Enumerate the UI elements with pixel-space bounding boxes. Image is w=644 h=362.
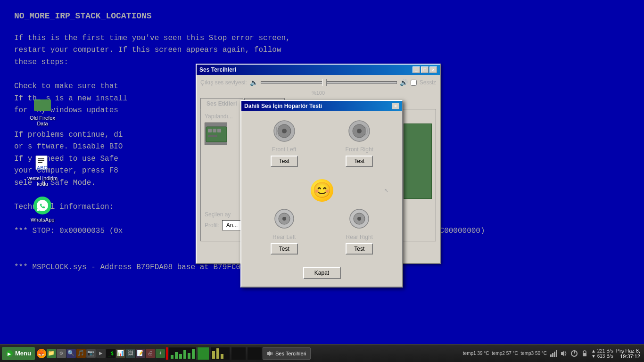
network-icons [550, 350, 557, 357]
time-display: 19:37:12 [616, 354, 640, 359]
front-right-cell: Front Right Test [324, 119, 395, 167]
viz-bar-6 [192, 349, 195, 359]
svg-marker-34 [561, 351, 564, 356]
icon-vestel-label: vestel indirim kodu [24, 175, 61, 187]
tb-more1-icon[interactable]: ▶ [96, 349, 106, 358]
icon-whatsapp-label: WhatsApp [31, 217, 55, 222]
speaker-grid: Front Left Test Front Right Test [249, 119, 395, 172]
folder-icon [33, 94, 52, 113]
ses-tercihleri-titlebar: Ses Tercihleri _ □ × [197, 65, 440, 75]
svg-rect-6 [38, 162, 42, 163]
tb-media-icon[interactable]: 🎵 [76, 349, 86, 358]
tb-search-icon[interactable]: 🔍 [66, 349, 76, 358]
speaker-taskbar-icon [267, 350, 273, 357]
rear-right-test-button[interactable]: Test [346, 243, 373, 255]
taskbar: ▶ Menu 🦊 📁 ⚙ 🔍 🎵 📷 ▶ _$ 📊 🖼 📝 🖨 ⬇ [0, 344, 644, 362]
svg-point-19 [357, 129, 362, 133]
icon-vestel[interactable]: ABC vestel indirim kodu [24, 155, 61, 187]
sound-card-icon [205, 123, 227, 145]
lock-icon[interactable] [581, 350, 588, 357]
tb-more5-icon[interactable]: 🖨 [146, 349, 155, 358]
tab-ses-etkileri[interactable]: Ses Etkileri [200, 98, 243, 109]
vb2-3 [221, 354, 223, 359]
bsod-title: NO_MORE_IRP_STACK_LOCATIONS [14, 9, 630, 23]
active-window-button[interactable]: Ses Tercihleri [263, 347, 311, 360]
smiley-face: 😊 [311, 179, 333, 202]
network-icon [550, 350, 557, 357]
temp-display: temp1 39 °C temp2 57 °C temp3 50 °C [463, 351, 547, 356]
front-right-label: Front Right [346, 146, 373, 153]
volume-thumb[interactable] [322, 79, 327, 86]
temp2: temp2 57 °C [492, 351, 518, 356]
front-right-test-button[interactable]: Test [346, 156, 373, 167]
svg-point-16 [282, 129, 287, 133]
volume-label: Çıkış ses seviyesi: [200, 79, 247, 86]
secilen-label: Seçilen ay [205, 211, 231, 218]
sessiz-checkbox[interactable] [411, 80, 417, 86]
svg-rect-10 [208, 129, 212, 132]
volume-taskbar-icon[interactable] [560, 350, 568, 357]
front-left-speaker-icon [272, 119, 297, 143]
viz-bar-1 [171, 355, 173, 359]
svg-rect-2 [34, 100, 51, 111]
svg-rect-11 [213, 129, 216, 132]
svg-rect-12 [217, 129, 221, 132]
dialog-kapat-button[interactable]: Kapat [303, 267, 341, 279]
svg-point-25 [357, 217, 361, 221]
icon-whatsapp[interactable]: WhatsApp [24, 196, 61, 222]
tb-more6-icon[interactable]: ⬇ [156, 349, 165, 358]
tb-more3-icon[interactable]: 🖼 [126, 349, 135, 358]
tb-settings-icon[interactable]: ⚙ [57, 349, 66, 358]
download-speed: ▼ 613 B/s [591, 354, 613, 359]
svg-rect-37 [583, 353, 586, 356]
bsod-line2: restart your computer. If this screen ap… [14, 44, 630, 57]
svg-text:▶: ▶ [8, 352, 11, 356]
whatsapp-icon [33, 196, 52, 215]
icon-old-firefox-label: Old Firefox Data [24, 115, 61, 126]
dialog-close-button[interactable]: × [392, 103, 399, 109]
sessiz-label: Sessiz [420, 79, 436, 86]
close-button[interactable]: × [429, 66, 437, 73]
front-left-cell: Front Left Test [249, 119, 320, 167]
svg-rect-28 [267, 352, 269, 355]
svg-text:ABC: ABC [37, 165, 47, 171]
text-file-icon: ABC [33, 155, 52, 173]
tb-more2-icon[interactable]: 📊 [116, 349, 125, 358]
viz-bar-2 [175, 352, 178, 359]
tb-term-icon[interactable]: _$ [106, 349, 116, 358]
svg-rect-4 [38, 158, 44, 159]
svg-rect-31 [552, 353, 553, 357]
tb-more4-icon[interactable]: 📝 [136, 349, 145, 358]
icon-old-firefox[interactable]: Old Firefox Data [24, 94, 61, 126]
level-meter [404, 123, 432, 199]
power-icon[interactable] [570, 350, 578, 357]
desktop-icons-area: Old Firefox Data ABC vestel indirim kodu… [24, 94, 61, 232]
audio-visualizer [169, 347, 197, 360]
dahili-ses-dialog: Dahili Ses İçin Hoparlör Testi × Front L… [240, 100, 403, 288]
viz-bar-4 [183, 350, 186, 359]
tb-firefox-icon[interactable]: 🦊 [37, 349, 46, 358]
viz-bar-3 [179, 354, 182, 359]
start-button[interactable]: ▶ Menu [2, 347, 35, 360]
minimize-button[interactable]: _ [413, 66, 420, 73]
tb-folder-icon[interactable]: 📁 [47, 349, 56, 358]
rear-right-speaker-icon [347, 206, 372, 231]
rear-right-label: Rear Right [346, 234, 373, 240]
dialog-body: Front Left Test Front Right Test 😊 [241, 111, 402, 287]
dialog-kapat-area: Kapat [249, 267, 395, 279]
start-icon: ▶ [6, 350, 13, 357]
front-left-label: Front Left [272, 146, 296, 153]
viz-bar-5 [188, 353, 190, 359]
system-tray: temp1 39 °C temp2 57 °C temp3 50 °C [459, 348, 644, 359]
titlebar-buttons: _ □ × [413, 66, 437, 73]
front-right-speaker-icon [347, 119, 372, 143]
volume-low-icon: 🔈 [250, 79, 258, 86]
maximize-button[interactable]: □ [421, 66, 429, 73]
volume-slider[interactable] [261, 81, 397, 84]
front-left-test-button[interactable]: Test [271, 156, 298, 167]
tb-shot-icon[interactable]: 📷 [86, 349, 96, 358]
svg-rect-5 [38, 160, 44, 161]
ses-tercihleri-title: Ses Tercihleri [199, 66, 236, 73]
active-window-label: Ses Tercihleri [275, 351, 306, 356]
rear-left-test-button[interactable]: Test [271, 243, 298, 255]
